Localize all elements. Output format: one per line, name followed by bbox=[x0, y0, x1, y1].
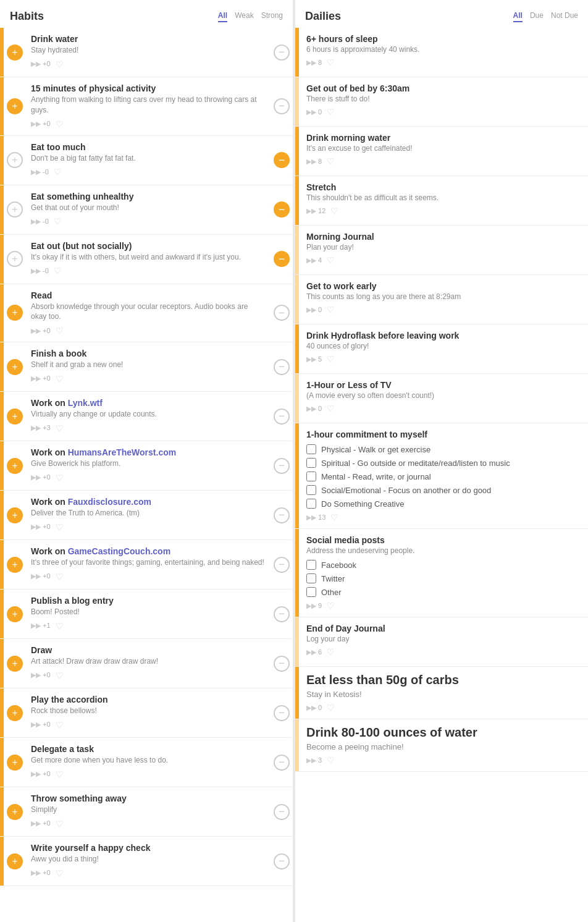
heart-icon[interactable]: ♡ bbox=[327, 354, 335, 364]
habits-filter-weak[interactable]: Weak bbox=[235, 11, 253, 22]
heart-icon[interactable]: ♡ bbox=[56, 769, 64, 779]
plus-button[interactable]: + bbox=[7, 606, 23, 622]
minus-button[interactable]: − bbox=[274, 853, 290, 869]
heart-icon[interactable]: ♡ bbox=[56, 119, 64, 129]
plus-button[interactable]: + bbox=[7, 458, 23, 474]
heart-icon[interactable]: ♡ bbox=[56, 374, 64, 384]
habit-plus-btn[interactable]: + bbox=[4, 738, 26, 787]
heart-icon[interactable]: ♡ bbox=[327, 755, 335, 765]
habit-minus-area[interactable]: − bbox=[271, 28, 293, 77]
plus-button[interactable]: + bbox=[7, 557, 23, 573]
checkbox[interactable] bbox=[306, 499, 316, 509]
heart-icon[interactable]: ♡ bbox=[56, 572, 64, 582]
habit-minus-area[interactable]: − bbox=[271, 392, 293, 441]
habit-minus-area[interactable]: − bbox=[271, 837, 293, 886]
checkbox[interactable] bbox=[306, 444, 316, 454]
habit-plus-btn[interactable]: + bbox=[4, 491, 26, 539]
heart-icon[interactable]: ♡ bbox=[330, 512, 338, 522]
minus-button[interactable]: − bbox=[274, 557, 290, 573]
habit-minus-area[interactable]: − bbox=[271, 235, 293, 284]
habit-minus-area[interactable]: − bbox=[271, 185, 293, 234]
habit-plus-btn[interactable]: + bbox=[4, 688, 26, 737]
plus-button[interactable]: + bbox=[7, 408, 23, 425]
minus-button[interactable]: − bbox=[274, 804, 290, 820]
heart-icon[interactable]: ♡ bbox=[327, 404, 335, 413]
dailies-filter-not-due[interactable]: Not Due bbox=[551, 11, 578, 22]
habit-minus-area[interactable]: − bbox=[271, 738, 293, 787]
heart-icon[interactable]: ♡ bbox=[56, 423, 64, 433]
minus-button[interactable]: − bbox=[274, 201, 290, 218]
habit-plus-btn[interactable]: + bbox=[4, 136, 26, 185]
checkbox[interactable] bbox=[306, 573, 316, 583]
habit-plus-btn[interactable]: + bbox=[4, 28, 26, 77]
habit-minus-area[interactable]: − bbox=[271, 639, 293, 688]
heart-icon[interactable]: ♡ bbox=[54, 266, 62, 276]
heart-icon[interactable]: ♡ bbox=[327, 255, 335, 265]
plus-button[interactable]: + bbox=[7, 755, 23, 771]
habits-filter-all[interactable]: All bbox=[218, 11, 227, 22]
minus-button[interactable]: − bbox=[274, 507, 290, 523]
heart-icon[interactable]: ♡ bbox=[327, 107, 335, 117]
heart-icon[interactable]: ♡ bbox=[327, 647, 335, 657]
minus-button[interactable]: − bbox=[274, 152, 290, 168]
minus-button[interactable]: − bbox=[274, 98, 290, 114]
habit-plus-btn[interactable]: + bbox=[4, 77, 26, 135]
heart-icon[interactable]: ♡ bbox=[56, 522, 64, 532]
minus-button[interactable]: − bbox=[274, 755, 290, 771]
plus-button[interactable]: + bbox=[7, 804, 23, 820]
checkbox[interactable] bbox=[306, 472, 316, 481]
minus-button[interactable]: − bbox=[274, 606, 290, 622]
habits-filter-strong[interactable]: Strong bbox=[261, 11, 283, 22]
heart-icon[interactable]: ♡ bbox=[327, 156, 335, 166]
plus-button[interactable]: + bbox=[7, 98, 23, 114]
heart-icon[interactable]: ♡ bbox=[327, 57, 335, 67]
heart-icon[interactable]: ♡ bbox=[56, 868, 64, 878]
plus-button[interactable]: + bbox=[7, 656, 23, 672]
habit-plus-btn[interactable]: + bbox=[4, 540, 26, 589]
plus-button[interactable]: + bbox=[7, 201, 23, 218]
habit-plus-btn[interactable]: + bbox=[4, 235, 26, 284]
checkbox[interactable] bbox=[306, 485, 316, 495]
plus-button[interactable]: + bbox=[7, 705, 23, 721]
habit-plus-btn[interactable]: + bbox=[4, 441, 26, 490]
heart-icon[interactable]: ♡ bbox=[327, 601, 335, 611]
habit-plus-btn[interactable]: + bbox=[4, 392, 26, 441]
plus-button[interactable]: + bbox=[7, 44, 23, 61]
heart-icon[interactable]: ♡ bbox=[56, 819, 64, 829]
habit-minus-area[interactable]: − bbox=[271, 441, 293, 490]
habit-minus-area[interactable]: − bbox=[271, 77, 293, 135]
heart-icon[interactable]: ♡ bbox=[56, 59, 64, 69]
plus-button[interactable]: + bbox=[7, 359, 23, 375]
minus-button[interactable]: − bbox=[274, 705, 290, 721]
heart-icon[interactable]: ♡ bbox=[54, 216, 62, 226]
habit-plus-btn[interactable]: + bbox=[4, 185, 26, 234]
habit-plus-btn[interactable]: + bbox=[4, 639, 26, 688]
habit-plus-btn[interactable]: + bbox=[4, 787, 26, 836]
checkbox[interactable] bbox=[306, 560, 316, 570]
habit-minus-area[interactable]: − bbox=[271, 540, 293, 589]
minus-button[interactable]: − bbox=[274, 305, 290, 321]
habit-plus-btn[interactable]: + bbox=[4, 284, 26, 342]
heart-icon[interactable]: ♡ bbox=[56, 473, 64, 483]
checkbox[interactable] bbox=[306, 587, 316, 597]
heart-icon[interactable]: ♡ bbox=[56, 720, 64, 730]
habit-minus-area[interactable]: − bbox=[271, 284, 293, 342]
plus-button[interactable]: + bbox=[7, 507, 23, 523]
plus-button[interactable]: + bbox=[7, 251, 23, 267]
habit-minus-area[interactable]: − bbox=[271, 342, 293, 391]
habit-minus-area[interactable]: − bbox=[271, 491, 293, 539]
minus-button[interactable]: − bbox=[274, 458, 290, 474]
minus-button[interactable]: − bbox=[274, 359, 290, 375]
checkbox[interactable] bbox=[306, 458, 316, 468]
heart-icon[interactable]: ♡ bbox=[54, 167, 62, 177]
heart-icon[interactable]: ♡ bbox=[56, 621, 64, 631]
plus-button[interactable]: + bbox=[7, 853, 23, 869]
heart-icon[interactable]: ♡ bbox=[56, 670, 64, 680]
dailies-filter-due[interactable]: Due bbox=[530, 11, 544, 22]
habit-minus-area[interactable]: − bbox=[271, 590, 293, 638]
heart-icon[interactable]: ♡ bbox=[327, 703, 335, 713]
heart-icon[interactable]: ♡ bbox=[330, 206, 338, 216]
minus-button[interactable]: − bbox=[274, 44, 290, 61]
dailies-filter-all[interactable]: All bbox=[513, 11, 523, 22]
plus-button[interactable]: + bbox=[7, 152, 23, 168]
